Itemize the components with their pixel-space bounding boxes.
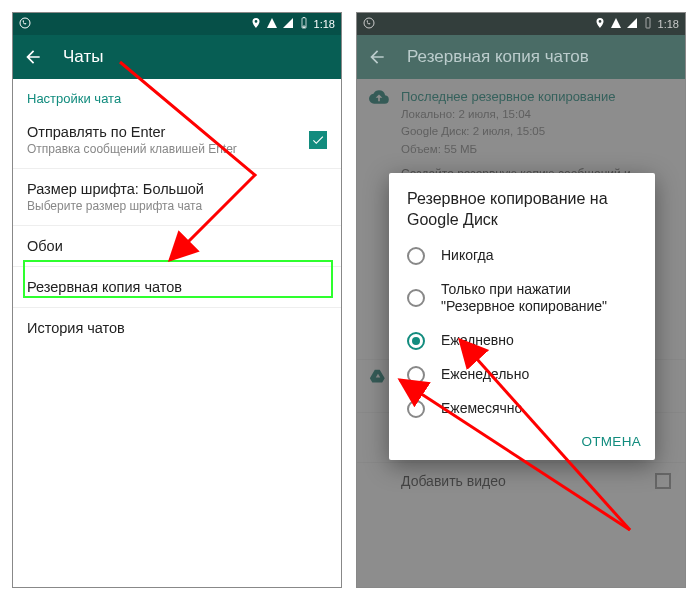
dialog-title: Резервное копирование на Google Диск — [389, 173, 655, 239]
battery-icon — [642, 17, 654, 31]
radio-selected-icon — [407, 332, 425, 350]
item-font-size[interactable]: Размер шрифта: Большой Выберите размер ш… — [13, 169, 341, 226]
item-title: Обои — [27, 238, 327, 254]
section-chat-settings: Настройки чата — [13, 79, 341, 112]
option-monthly[interactable]: Ежемесячно — [389, 392, 655, 426]
radio-icon — [407, 247, 425, 265]
status-bar: 1:18 — [357, 13, 685, 35]
option-label: Никогда — [441, 247, 493, 265]
backup-body: Последнее резервное копирование Локально… — [357, 79, 685, 587]
battery-icon — [298, 17, 310, 31]
clock-text: 1:18 — [314, 18, 335, 30]
option-daily[interactable]: Ежедневно — [389, 324, 655, 358]
option-label: Ежемесячно — [441, 400, 522, 418]
whatsapp-icon — [19, 17, 31, 31]
location-icon — [250, 17, 262, 31]
location-icon — [594, 17, 606, 31]
settings-body: Настройки чата Отправлять по Enter Отпра… — [13, 79, 341, 348]
chat-settings-screen: 1:18 Чаты Настройки чата Отправлять по E… — [12, 12, 342, 588]
option-never[interactable]: Никогда — [389, 239, 655, 273]
item-title: История чатов — [27, 320, 327, 336]
signal-icon — [282, 17, 294, 31]
appbar-title: Чаты — [63, 47, 103, 67]
radio-icon — [407, 366, 425, 384]
app-bar: Чаты — [13, 35, 341, 79]
status-bar: 1:18 — [13, 13, 341, 35]
signal-icon — [626, 17, 638, 31]
item-chat-history[interactable]: История чатов — [13, 308, 341, 348]
item-title: Размер шрифта: Большой — [27, 181, 327, 197]
cancel-button[interactable]: ОТМЕНА — [581, 434, 641, 449]
back-icon[interactable] — [367, 47, 387, 67]
item-title: Резервная копия чатов — [27, 279, 327, 295]
item-chat-backup[interactable]: Резервная копия чатов — [13, 267, 341, 308]
item-wallpaper[interactable]: Обои — [13, 226, 341, 267]
option-label: Еженедельно — [441, 366, 529, 384]
option-on-tap[interactable]: Только при нажатии "Резервное копировани… — [389, 273, 655, 324]
item-send-enter[interactable]: Отправлять по Enter Отправка сообщений к… — [13, 112, 341, 169]
option-label: Только при нажатии "Резервное копировани… — [441, 281, 637, 316]
radio-icon — [407, 289, 425, 307]
checkbox-checked-icon[interactable] — [309, 131, 327, 149]
item-subtitle: Отправка сообщений клавишей Enter — [27, 142, 327, 156]
item-subtitle: Выберите размер шрифта чата — [27, 199, 327, 213]
clock-text: 1:18 — [658, 18, 679, 30]
whatsapp-icon — [363, 17, 375, 31]
app-bar: Резервная копия чатов — [357, 35, 685, 79]
item-title: Отправлять по Enter — [27, 124, 327, 140]
chat-backup-screen: 1:18 Резервная копия чатов Последнее рез… — [356, 12, 686, 588]
radio-icon — [407, 400, 425, 418]
network-icon — [266, 17, 278, 31]
option-weekly[interactable]: Еженедельно — [389, 358, 655, 392]
network-icon — [610, 17, 622, 31]
gdrive-frequency-dialog: Резервное копирование на Google Диск Ник… — [389, 173, 655, 460]
back-icon[interactable] — [23, 47, 43, 67]
appbar-title: Резервная копия чатов — [407, 47, 589, 67]
option-label: Ежедневно — [441, 332, 514, 350]
